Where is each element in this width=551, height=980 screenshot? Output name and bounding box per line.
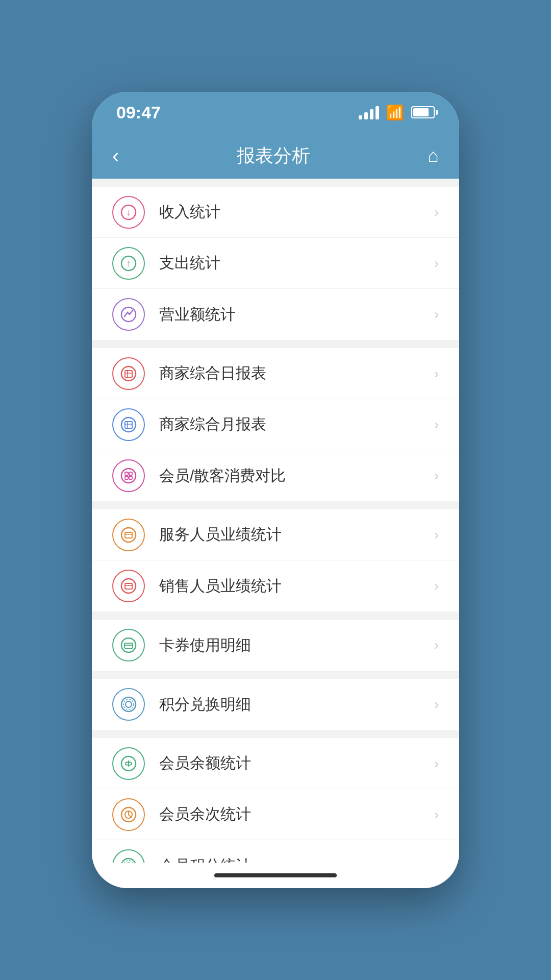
menu-label-service-performance: 服务人员业绩统计 bbox=[159, 524, 434, 545]
menu-item-service-performance[interactable]: 服务人员业绩统计› bbox=[92, 509, 459, 560]
svg-rect-10 bbox=[125, 422, 132, 428]
wifi-icon: 📶 bbox=[386, 104, 404, 121]
svg-point-13 bbox=[121, 469, 136, 483]
svg-point-35 bbox=[121, 859, 136, 863]
svg-rect-16 bbox=[125, 476, 128, 479]
menu-arrow-sales-performance: › bbox=[434, 578, 439, 594]
svg-rect-15 bbox=[129, 472, 132, 475]
menu-label-points-exchange: 积分兑换明细 bbox=[159, 694, 434, 715]
svg-line-34 bbox=[129, 815, 131, 817]
menu-item-member-compare[interactable]: 会员/散客消费对比› bbox=[92, 450, 459, 501]
menu-icon-member-compare bbox=[112, 459, 145, 492]
content-area: ↓ 收入统计› ↑ 支出统计› 营业额统计› 商家综合日报表› 商家综合月报表› bbox=[92, 179, 459, 863]
menu-arrow-expense-stats: › bbox=[434, 255, 439, 272]
menu-arrow-service-performance: › bbox=[434, 527, 439, 543]
menu-icon-revenue-stats bbox=[112, 298, 145, 331]
menu-label-member-balance: 会员余额统计 bbox=[159, 753, 434, 774]
menu-item-member-times[interactable]: 会员余次统计› bbox=[92, 789, 459, 840]
battery-icon bbox=[411, 106, 435, 118]
menu-item-income-stats[interactable]: ↓ 收入统计› bbox=[92, 187, 459, 238]
menu-icon-card-detail bbox=[112, 629, 145, 662]
menu-icon-member-times bbox=[112, 798, 145, 831]
menu-arrow-card-detail: › bbox=[434, 637, 439, 653]
menu-group-group4: 卡券使用明细› bbox=[92, 620, 459, 671]
page-title: 报表分析 bbox=[237, 143, 310, 168]
status-icons: 📶 bbox=[359, 104, 435, 121]
menu-label-member-compare: 会员/散客消费对比 bbox=[159, 465, 434, 486]
svg-point-5 bbox=[121, 366, 136, 381]
menu-group-group5: 积分兑换明细› bbox=[92, 679, 459, 730]
signal-icon bbox=[359, 105, 379, 119]
menu-icon-member-points bbox=[112, 849, 145, 863]
menu-icon-service-performance bbox=[112, 519, 145, 551]
menu-group-group1: ↓ 收入统计› ↑ 支出统计› 营业额统计› bbox=[92, 187, 459, 340]
home-indicator bbox=[92, 863, 459, 888]
menu-arrow-member-points: › bbox=[434, 857, 439, 863]
svg-rect-14 bbox=[125, 472, 128, 475]
menu-label-sales-performance: 销售人员业绩统计 bbox=[159, 576, 434, 597]
menu-group-group6: 会员余额统计› 会员余次统计› 会员积分统计› bbox=[92, 738, 459, 863]
menu-arrow-member-compare: › bbox=[434, 468, 439, 484]
menu-arrow-member-times: › bbox=[434, 806, 439, 823]
status-time: 09:47 bbox=[116, 103, 161, 122]
svg-point-4 bbox=[121, 307, 136, 322]
menu-icon-points-exchange bbox=[112, 688, 145, 721]
nav-bar: ‹ 报表分析 ⌂ bbox=[92, 133, 459, 179]
menu-arrow-monthly-report: › bbox=[434, 416, 439, 433]
home-button[interactable]: ⌂ bbox=[428, 145, 439, 166]
menu-label-monthly-report: 商家综合月报表 bbox=[159, 414, 434, 435]
menu-item-expense-stats[interactable]: ↑ 支出统计› bbox=[92, 238, 459, 289]
svg-point-28 bbox=[126, 701, 132, 707]
menu-label-revenue-stats: 营业额统计 bbox=[159, 304, 434, 325]
back-button[interactable]: ‹ bbox=[112, 145, 119, 166]
menu-label-income-stats: 收入统计 bbox=[159, 202, 434, 223]
menu-label-member-times: 会员余次统计 bbox=[159, 804, 434, 825]
svg-point-21 bbox=[121, 579, 136, 593]
menu-icon-member-balance bbox=[112, 747, 145, 780]
menu-icon-expense-stats: ↑ bbox=[112, 247, 145, 280]
phone-shell: 09:47 📶 ‹ 报表分析 ⌂ ↓ 收入统计› ↑ 支出 bbox=[92, 92, 459, 888]
menu-arrow-revenue-stats: › bbox=[434, 306, 439, 323]
menu-item-revenue-stats[interactable]: 营业额统计› bbox=[92, 289, 459, 340]
menu-arrow-income-stats: › bbox=[434, 204, 439, 220]
svg-rect-6 bbox=[125, 371, 132, 377]
svg-point-18 bbox=[121, 528, 136, 542]
menu-item-member-balance[interactable]: 会员余额统计› bbox=[92, 738, 459, 789]
menu-icon-monthly-report bbox=[112, 408, 145, 441]
svg-rect-22 bbox=[125, 583, 132, 589]
menu-item-member-points[interactable]: 会员积分统计› bbox=[92, 840, 459, 863]
menu-icon-sales-performance bbox=[112, 570, 145, 602]
svg-rect-17 bbox=[129, 476, 132, 479]
menu-label-member-points: 会员积分统计 bbox=[159, 855, 434, 863]
menu-item-daily-report[interactable]: 商家综合日报表› bbox=[92, 348, 459, 399]
menu-icon-daily-report bbox=[112, 357, 145, 390]
svg-text:↑: ↑ bbox=[127, 258, 131, 268]
menu-item-card-detail[interactable]: 卡券使用明细› bbox=[92, 620, 459, 671]
menu-label-expense-stats: 支出统计 bbox=[159, 253, 434, 274]
menu-item-sales-performance[interactable]: 销售人员业绩统计› bbox=[92, 560, 459, 611]
menu-group-group2: 商家综合日报表› 商家综合月报表› 会员/散客消费对比› bbox=[92, 348, 459, 501]
status-bar: 09:47 📶 bbox=[92, 92, 459, 133]
menu-label-card-detail: 卡券使用明细 bbox=[159, 635, 434, 656]
menu-arrow-member-balance: › bbox=[434, 755, 439, 772]
menu-icon-income-stats: ↓ bbox=[112, 196, 145, 229]
menu-item-points-exchange[interactable]: 积分兑换明细› bbox=[92, 679, 459, 730]
svg-point-9 bbox=[121, 418, 136, 432]
menu-group-group3: 服务人员业绩统计› 销售人员业绩统计› bbox=[92, 509, 459, 611]
menu-arrow-daily-report: › bbox=[434, 365, 439, 382]
svg-text:↓: ↓ bbox=[127, 207, 131, 217]
menu-label-daily-report: 商家综合日报表 bbox=[159, 363, 434, 384]
home-bar bbox=[214, 873, 337, 877]
menu-item-monthly-report[interactable]: 商家综合月报表› bbox=[92, 399, 459, 450]
menu-arrow-points-exchange: › bbox=[434, 696, 439, 713]
svg-rect-19 bbox=[125, 532, 132, 538]
